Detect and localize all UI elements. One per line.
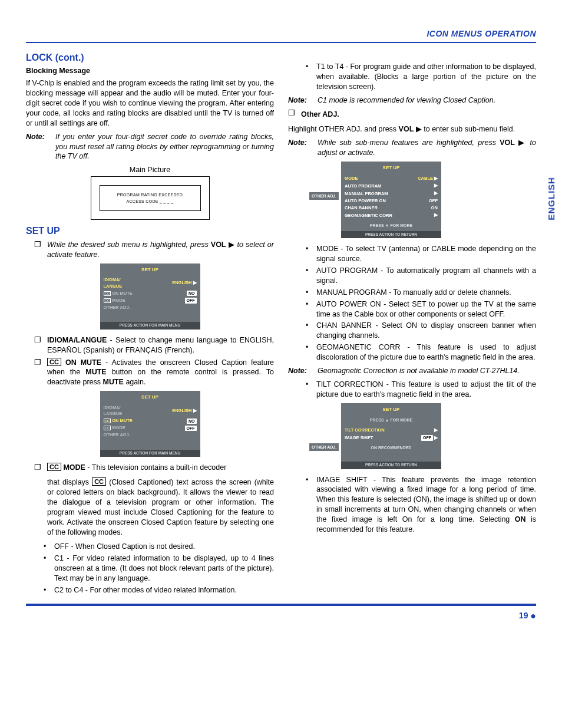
main-picture-inner: PROGRAM RATING EXCEEDED ACCESS CODE _ _ … [100, 185, 201, 211]
main-picture-figure: PROGRAM RATING EXCEEDED ACCESS CODE _ _ … [91, 176, 210, 220]
triangle-right-icon: ▶ [434, 176, 438, 182]
osd2-title: SET UP [100, 394, 200, 401]
note-body: If you enter your four-digit secret code… [55, 132, 274, 162]
osd4-r1-l: IMAGE SHIFT [345, 435, 373, 441]
item-mode: ❐ CC MODE - This television contains a b… [34, 463, 274, 539]
triangle-right-icon: ▶ [193, 280, 197, 286]
osd4-title: SET UP [341, 407, 441, 413]
mode-b1: C1 - For video related information to be… [54, 554, 274, 584]
left-column: LOCK (cont.) Blocking Message If V-Chip … [26, 48, 274, 598]
osd2-r2-l: MODE [112, 425, 125, 430]
osd3-r0-l: MODE [345, 176, 358, 182]
osd4-footer: PRESS ACTION TO RETURN [341, 462, 441, 469]
image-shift-list: • IMAGE SHIFT - This feature prevents th… [306, 475, 536, 535]
footer-rule [26, 604, 536, 606]
idioma-label: IDIOMA/LANGUE [47, 336, 107, 344]
cc-mini-icon: CC [104, 298, 111, 303]
other-intro: Highlight OTHER ADJ. and press VOL ▶ to … [288, 124, 536, 134]
triangle-right-icon: ▶ [434, 427, 438, 434]
osd1-r1-l: ON MUTE [112, 291, 133, 296]
mode-body2-post: (Closed Captioned) text across the scree… [47, 478, 274, 536]
osd2-r1-pill: NO [187, 419, 197, 424]
t1t4-text: T1 to T4 - For program guide and other i… [316, 62, 536, 92]
osd4-side-tab: OTHER ADJ. [309, 443, 339, 451]
ob5: GEOMAGNETIC CORR - This feature is used … [316, 342, 536, 363]
other-intro-post: to enter sub sub-menu field. [422, 125, 515, 133]
setup-intro-body: While the desired sub menu is highlighte… [47, 240, 274, 260]
onmute-label: ON MUTE [65, 358, 101, 367]
bullet-icon: • [306, 380, 310, 400]
osd3-r1-l: AUTO PROGRAM [345, 183, 381, 189]
osd3-footer: PRESS ACTION TO RETURN [341, 231, 441, 239]
blocking-paragraph: If V-Chip is enabled and the program exc… [26, 78, 274, 128]
other-bullets: •MODE - To select TV (antenna) or CABLE … [306, 244, 536, 363]
osd4-mid: ON RECOMMENDED [341, 442, 441, 453]
note-label: Note: [288, 366, 312, 376]
osd3-r3-r: OFF [429, 198, 438, 204]
osd2-footer: PRESS ACTION FOR MAIN MENU [100, 450, 200, 457]
page-number: 19 ● [26, 610, 536, 622]
right-column: •T1 to T4 - For program guide and other … [288, 48, 536, 598]
osd3-prefooter: PRESS ▼ FOR MORE [341, 219, 441, 230]
osd1-title: SET UP [100, 267, 200, 274]
fig-line2: ACCESS CODE _ _ _ _ [100, 199, 200, 204]
onmute-mute1: MUTE [85, 368, 106, 376]
bullet-icon: • [306, 475, 310, 535]
note-subsub: Note: While sub sub-menu features are hi… [288, 138, 536, 158]
mode-body2-pre: that displays [47, 478, 92, 486]
main-picture-caption: Main Picture [26, 165, 274, 175]
osd3-side-tab: OTHER ADJ. [309, 192, 339, 200]
osd3-r3-l: AUTO POWEER ON [345, 198, 386, 204]
onmute-post: again. [124, 378, 146, 386]
osd4-r1-pill: OFF [421, 435, 433, 440]
other-intro-pre: Highlight OTHER ADJ. and press [288, 125, 399, 133]
osd1-footer: PRESS ACTION FOR MAIN MENU [100, 322, 200, 330]
bullet-icon: • [306, 266, 310, 286]
tilt-bullet-list: •TILT CORRECTION - This feature is used … [306, 380, 536, 400]
cc-mini-icon: CC [104, 291, 111, 296]
ob3: AUTO POWER ON - Select SET to power up t… [316, 299, 536, 319]
onmute-mute2: MUTE [103, 378, 124, 386]
bullet-icon: • [306, 288, 310, 298]
image-shift-body: IMAGE SHIFT - This feature prevents the … [316, 475, 536, 535]
osd-setup-2: SET UP IDIOMA/ LANGUEENGLISH▶ CCON MUTEN… [100, 391, 200, 457]
osd1-r1-pill: NO [187, 291, 197, 296]
triangle-right-icon: ▶ [434, 212, 438, 219]
note-c1: Note: C1 mode is recommended for viewing… [288, 95, 536, 106]
item-idioma: ❐ IDIOMA/LANGUE - Select to change menu … [34, 335, 274, 355]
note-override: Note: If you enter your four-digit secre… [26, 132, 274, 162]
bullet-icon: • [44, 554, 48, 584]
osd3-r5-l: GEOMAGNETIC CORR [345, 213, 392, 219]
triangle-right-icon: ▶ [434, 435, 438, 442]
checkbox-icon: ❐ [34, 335, 42, 355]
osd3-r2-l: MANUAL PROGRAM [345, 191, 388, 197]
osd1-r3-l: OTHER ADJ. [104, 305, 130, 311]
item-onmute: ❐ CC ON MUTE - Activates the onscreen Cl… [34, 358, 274, 388]
osd4-r0-l: TILT CORRECTION [345, 427, 385, 433]
page-dot-icon: ● [530, 611, 536, 621]
page-num-value: 19 [519, 611, 528, 620]
ob0: MODE - To select TV (antenna) or CABLE m… [316, 244, 536, 264]
osd3-r0-r: CABLE [418, 176, 433, 182]
item-idioma-body: IDIOMA/LANGUE - Select to change menu la… [47, 335, 274, 355]
bullet-icon: • [306, 321, 310, 341]
ob4: CHAN BANNER - Select ON to display onscr… [316, 321, 536, 341]
setup-intro-item: ❐ While the desired sub menu is highligh… [34, 240, 274, 260]
header-rule [26, 42, 536, 43]
mode-bullet-list: •OFF - When Closed Caption is not desire… [44, 542, 274, 595]
osd4-pretitle: PRESS ▲ FOR MORE [341, 416, 441, 426]
setup-intro-vol: VOL [211, 241, 226, 249]
fig-line1: PROGRAM RATING EXCEEDED [100, 192, 200, 197]
note-body: While sub sub-menu features are highligh… [318, 138, 536, 158]
cc-mini-icon: CC [104, 419, 111, 423]
osd-other-adj: OTHER ADJ. SET UP MODECABLE▶ AUTO PROGRA… [341, 162, 441, 238]
note-geo: Note: Geomagnetic Correction is not avai… [288, 366, 536, 376]
bullet-icon: • [44, 542, 48, 552]
two-column-layout: LOCK (cont.) Blocking Message If V-Chip … [26, 48, 536, 598]
header-section-title: ICON MENUS OPERATION [26, 28, 536, 39]
is-pre: IMAGE SHIFT - This feature prevents the … [316, 476, 536, 524]
note-sub-vol: VOL [500, 139, 515, 147]
osd1-r2-l: MODE [112, 298, 125, 303]
item-onmute-body: CC ON MUTE - Activates the onscreen Clos… [47, 358, 274, 388]
item-other-adj: ❐ Other ADJ. [288, 108, 536, 122]
